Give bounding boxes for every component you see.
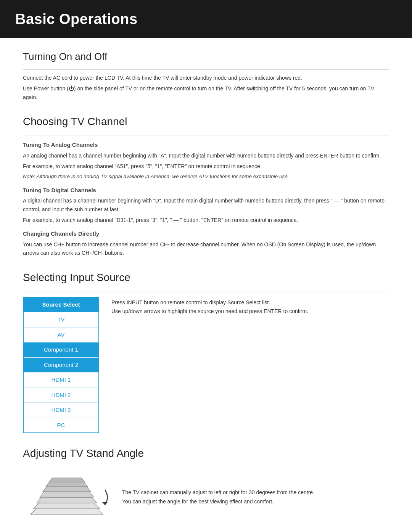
svg-marker-0	[31, 509, 103, 514]
direct-para-1: You can use CH+ button to increase chann…	[23, 240, 389, 257]
page-title: Basic Operations	[15, 8, 397, 30]
section-divider-3	[23, 291, 389, 291]
source-menu-component1[interactable]: Component 1	[24, 342, 98, 358]
section-input-source: Selecting Input Source Source Select TV …	[23, 270, 389, 434]
subsection-digital-title: Tuning To Digital Channels	[23, 186, 389, 195]
svg-marker-1	[34, 503, 100, 509]
subsection-analog: Tuning To Analog Channels An analog chan…	[23, 141, 389, 181]
subsection-direct: Changing Channels Directly You can use C…	[23, 230, 389, 257]
section-divider-4	[23, 467, 389, 467]
analog-para-2: For example, to watch analog channel "A5…	[23, 162, 389, 170]
stand-desc-line2: You can adjust the angle for the best vi…	[122, 497, 314, 506]
analog-note: Note: Although there is no analog TV sig…	[23, 173, 389, 180]
source-menu-header: Source Select	[24, 297, 98, 313]
subsection-analog-title: Tuning To Analog Channels	[23, 141, 389, 149]
source-menu-pc[interactable]: PC	[24, 418, 98, 433]
source-menu-hdmi2[interactable]: HDMI 2	[24, 388, 98, 403]
section-title-input: Selecting Input Source	[23, 270, 389, 287]
subsection-direct-title: Changing Channels Directly	[23, 230, 389, 238]
svg-marker-2	[37, 497, 97, 503]
section-choosing-channel: Choosing TV Channel Tuning To Analog Cha…	[23, 114, 389, 257]
svg-marker-4	[43, 487, 91, 492]
svg-marker-5	[46, 482, 88, 487]
svg-marker-7	[102, 502, 108, 505]
source-description: Press INPUT button on remote control to …	[111, 297, 308, 317]
digital-para-1: A digital channel has a channel number b…	[23, 196, 389, 214]
section-turning-on-off: Turning On and Off Connect the AC cord t…	[23, 49, 389, 101]
stand-illustration	[23, 473, 111, 522]
svg-marker-6	[49, 478, 85, 482]
analog-para-1: An analog channel has a channel number b…	[23, 151, 389, 160]
stand-layout: The TV cabinet can manually adjust to le…	[23, 473, 389, 522]
stand-description: The TV cabinet can manually adjust to le…	[122, 488, 314, 506]
subsection-digital: Tuning To Digital Channels A digital cha…	[23, 186, 389, 225]
section-title-turning: Turning On and Off	[23, 49, 389, 66]
source-menu-component2[interactable]: Component 2	[24, 358, 98, 373]
source-menu-hdmi1[interactable]: HDMI 1	[24, 373, 98, 388]
stand-desc-line1: The TV cabinet can manually adjust to le…	[122, 488, 314, 497]
section-title-choosing: Choosing TV Channel	[23, 114, 389, 131]
section-divider-2	[23, 135, 389, 135]
source-desc-line1: Press INPUT button on remote control to …	[111, 298, 308, 307]
page-header: Basic Operations	[0, 0, 412, 38]
section-divider	[23, 69, 389, 70]
main-content: Turning On and Off Connect the AC cord t…	[0, 49, 412, 532]
digital-para-2: For example, to watch analog channel "D3…	[23, 216, 389, 224]
source-menu-tv[interactable]: TV	[24, 312, 98, 328]
source-menu: Source Select TV AV Component 1 Componen…	[23, 297, 99, 434]
input-source-layout: Source Select TV AV Component 1 Componen…	[23, 297, 389, 434]
section-title-stand: Adjusting TV Stand Angle	[23, 445, 389, 463]
svg-marker-3	[40, 492, 94, 497]
source-desc-line2: Use up/down arrows to highlight the sour…	[111, 307, 308, 316]
turning-para-2: Use Power button (⏻) on the side panel o…	[23, 84, 389, 101]
source-menu-av[interactable]: AV	[24, 328, 98, 343]
turning-para-1: Connect the AC cord to power the LCD TV.…	[23, 74, 389, 82]
section-stand-angle: Adjusting TV Stand Angle	[23, 445, 389, 522]
source-menu-hdmi3[interactable]: HDMI 3	[24, 403, 98, 418]
